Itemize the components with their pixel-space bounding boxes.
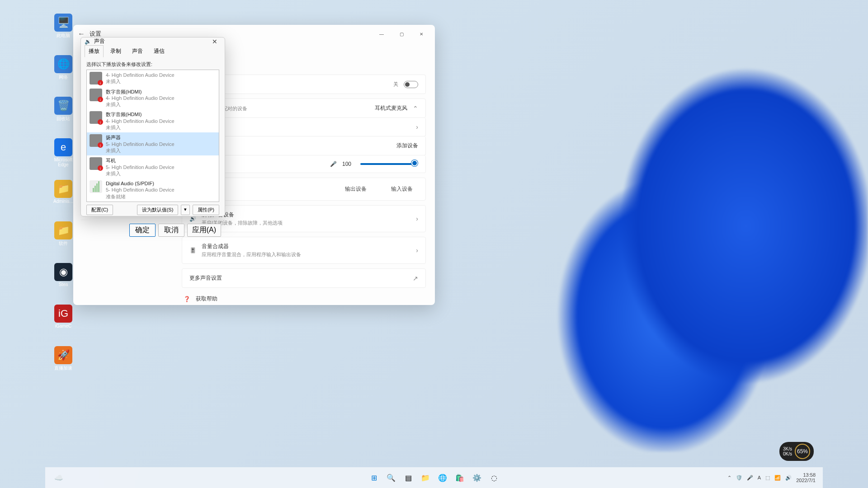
device-list[interactable]: 4- High Definition Audio Device未插入数字音频(H…: [86, 70, 219, 202]
device-icon: [90, 157, 102, 170]
store-button[interactable]: 🛍️: [453, 471, 466, 484]
device-status: 未插入: [106, 124, 175, 131]
device-driver: 4- High Definition Audio Device: [106, 95, 175, 101]
device-icon: [90, 72, 102, 84]
more-sound-row[interactable]: 更多声音设置 ↗: [182, 268, 426, 288]
tray-chevron-icon[interactable]: ⌃: [727, 475, 731, 481]
device-driver: 5- High Definition Audio Device: [106, 187, 175, 193]
tray-shield-icon[interactable]: 🛡️: [736, 475, 742, 481]
device-status: 未插入: [106, 147, 175, 154]
device-driver: 5- High Definition Audio Device: [106, 164, 175, 170]
clock-time: 13:58: [796, 472, 816, 478]
external-link-icon: ↗: [413, 275, 418, 282]
help-row[interactable]: ❓ 获取帮助: [182, 292, 426, 305]
output-device-pill[interactable]: 输出设备: [340, 183, 372, 195]
desktop-icon-recycle[interactable]: 🗑️回收站: [50, 97, 77, 126]
paired-value: 耳机式麦克风: [375, 104, 407, 112]
apply-button[interactable]: 应用(A): [187, 224, 221, 237]
dropdown-icon[interactable]: ▾: [181, 205, 190, 215]
volume-slider[interactable]: [360, 163, 415, 165]
mixer-icon: 🎚️: [189, 247, 196, 253]
tab-communications[interactable]: 通信: [150, 45, 169, 57]
mixer-title: 音量合成器: [202, 243, 410, 250]
all-sound-sub: 开启/关闭设备，排除故障，其他选项: [202, 220, 410, 226]
desktop-icon-accel[interactable]: 🚀直播加速: [50, 346, 77, 375]
help-icon: ❓: [184, 296, 190, 302]
tray-mic-icon[interactable]: 🎤: [747, 475, 753, 481]
battery-circle: 65%: [795, 444, 810, 459]
device-item[interactable]: Digital Audio (S/PDIF)5- High Definition…: [87, 178, 219, 202]
sound-dialog: 🔉 声音 ✕ 播放 录制 声音 通信 选择以下播放设备来修改设置: 4- Hig…: [80, 37, 225, 216]
device-driver: 4- High Definition Audio Device: [106, 72, 175, 78]
network-monitor[interactable]: 3K/s 0K/s 65%: [779, 442, 814, 461]
desktop-icon-admin[interactable]: 📁Adminis...: [50, 180, 77, 209]
tray-volume-icon[interactable]: 🔊: [785, 475, 792, 481]
device-status: 准备就绪: [106, 193, 175, 200]
device-item[interactable]: 耳机5- High Definition Audio Device未插入: [87, 155, 219, 178]
device-icon: [90, 134, 102, 147]
device-name: 数字音频(HDMI): [106, 111, 175, 117]
help-label: 获取帮助: [196, 295, 217, 303]
desktop-icon-software[interactable]: 📁软件: [50, 221, 77, 250]
device-name: 扬声器: [106, 134, 175, 141]
app-button[interactable]: ◌: [488, 471, 500, 484]
device-item[interactable]: 数字音频(HDMI)4- High Definition Audio Devic…: [87, 87, 219, 110]
device-icon: [90, 180, 102, 193]
desktop-icon-computer[interactable]: 🖥️此电脑: [50, 14, 77, 42]
tray-network-icon[interactable]: 📶: [774, 475, 781, 481]
sound-dialog-titlebar: 🔉 声音 ✕: [81, 38, 225, 45]
device-name: Digital Audio (S/PDIF): [106, 180, 175, 187]
tab-sounds[interactable]: 声音: [128, 45, 147, 57]
device-name: 耳机: [106, 157, 175, 164]
maximize-button[interactable]: ▢: [392, 27, 411, 41]
taskbar: ☁️ ⊞ 🔍 ▤ 📁 🌐 🛍️ ⚙️ ◌ ⌃ 🛡️ 🎤 A ⬚ 📶 🔊 13:5…: [45, 467, 823, 488]
clock[interactable]: 13:58 2022/7/1: [796, 472, 816, 483]
mic-icon: 🎤: [330, 161, 337, 167]
device-item[interactable]: 数字音频(HDMI)4- High Definition Audio Devic…: [87, 109, 219, 132]
system-tray[interactable]: ⌃ 🛡️ 🎤 A ⬚ 📶 🔊 13:58 2022/7/1: [727, 472, 816, 483]
toggle-off-text: 关: [393, 81, 398, 88]
device-status: 未插入: [106, 170, 175, 177]
clock-date: 2022/7/1: [796, 478, 816, 483]
sound-icon: 🔉: [85, 38, 91, 45]
start-button[interactable]: ⊞: [368, 471, 380, 484]
minimize-button[interactable]: —: [372, 27, 392, 41]
close-button[interactable]: ✕: [411, 27, 431, 41]
device-status: 未插入: [106, 78, 175, 84]
tray-ime-icon[interactable]: A: [758, 475, 761, 480]
desktop-icon-edge[interactable]: eMicrosoft Edge: [50, 138, 77, 167]
device-item[interactable]: 4- High Definition Audio Device未插入: [87, 70, 219, 87]
more-sound-label: 更多声音设置: [189, 274, 407, 282]
task-view-button[interactable]: ▤: [402, 471, 415, 484]
weather-widget[interactable]: ☁️: [54, 474, 63, 482]
cancel-button[interactable]: 取消: [158, 224, 184, 237]
device-driver: 5- High Definition Audio Device: [106, 141, 175, 147]
edge-button[interactable]: 🌐: [436, 471, 449, 484]
input-device-pill[interactable]: 输入设备: [386, 183, 418, 195]
desktop-icon-network[interactable]: 🌐网络: [50, 55, 77, 84]
sound-dialog-title: 声音: [94, 38, 105, 45]
wallpaper: [461, 0, 868, 452]
chevron-right-icon: ›: [416, 123, 418, 131]
desktop-icon-igame[interactable]: iGiGameC: [50, 305, 77, 333]
explorer-button[interactable]: 📁: [419, 471, 432, 484]
mono-toggle[interactable]: [404, 81, 418, 88]
set-default-button[interactable]: 设为默认值(S): [137, 205, 179, 215]
chevron-right-icon: ›: [416, 215, 418, 222]
mixer-row[interactable]: 🎚️ 音量合成器 应用程序音量混合，应用程序输入和输出设备 ›: [182, 237, 426, 264]
search-button[interactable]: 🔍: [385, 471, 397, 484]
device-item[interactable]: 扬声器5- High Definition Audio Device未插入: [87, 132, 219, 155]
tab-playback[interactable]: 播放: [85, 45, 104, 57]
properties-button[interactable]: 属性(P): [193, 205, 219, 215]
dialog-close-button[interactable]: ✕: [208, 38, 221, 45]
tab-recording[interactable]: 录制: [106, 45, 125, 57]
device-status: 未插入: [106, 101, 175, 108]
ok-button[interactable]: 确定: [129, 224, 156, 237]
desktop-icon-steam[interactable]: ◉Stea: [50, 263, 77, 292]
net-down: 0K/s: [783, 451, 792, 456]
device-icon: [90, 111, 102, 124]
volume-value: 100: [342, 161, 351, 167]
settings-button[interactable]: ⚙️: [471, 471, 483, 484]
configure-button[interactable]: 配置(C): [86, 205, 113, 215]
tray-app-icon[interactable]: ⬚: [765, 475, 770, 481]
